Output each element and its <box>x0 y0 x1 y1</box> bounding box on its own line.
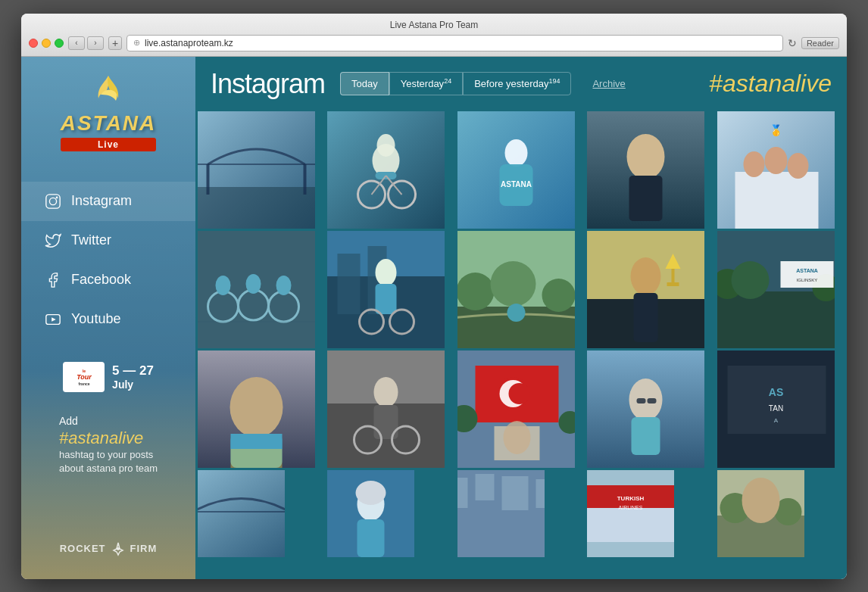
tdf-section: le Tour france 5 — 27 July <box>44 351 173 403</box>
svg-point-55 <box>490 261 535 307</box>
svg-point-34 <box>787 153 808 179</box>
photo-cell[interactable] <box>457 351 575 468</box>
svg-rect-11 <box>198 187 315 229</box>
tdf-dates: 5 — 27 July <box>112 363 154 391</box>
photo-cell[interactable] <box>327 470 414 557</box>
photo-cell[interactable] <box>457 231 575 348</box>
svg-point-95 <box>629 379 663 421</box>
svg-point-60 <box>631 257 661 295</box>
logo-area: ASTANA Live <box>61 72 157 151</box>
svg-point-33 <box>764 147 787 174</box>
maximize-button[interactable] <box>55 39 64 48</box>
tab-group: Today Yesterday24 Before yesterday194 <box>340 72 571 95</box>
url-text: live.astanaproteam.kz <box>145 38 233 48</box>
photo-cell[interactable] <box>457 470 545 557</box>
sidebar-footer: ROCKET FIRM <box>48 530 169 568</box>
photo-cell[interactable] <box>587 111 704 229</box>
svg-point-54 <box>457 273 495 310</box>
svg-marker-4 <box>52 317 56 322</box>
sidebar-item-facebook[interactable]: Facebook <box>21 260 195 300</box>
forward-button[interactable]: › <box>87 36 104 50</box>
close-button[interactable] <box>29 39 38 48</box>
photo-cell[interactable]: 🥇 <box>717 111 835 229</box>
svg-point-48 <box>376 259 397 286</box>
header-hashtag: #astanalive <box>709 70 832 98</box>
svg-text:🥇: 🥇 <box>770 124 783 137</box>
svg-rect-69 <box>780 261 833 288</box>
reader-button[interactable]: Reader <box>801 37 839 49</box>
reload-button[interactable]: ↻ <box>788 37 797 49</box>
youtube-label: Youtube <box>71 311 120 327</box>
svg-point-90 <box>503 421 530 454</box>
svg-text:ASTANA: ASTANA <box>501 180 532 189</box>
instagram-icon <box>44 192 62 210</box>
svg-point-56 <box>542 279 575 312</box>
svg-point-67 <box>731 261 769 299</box>
address-globe-icon: ⊕ <box>133 38 140 48</box>
main-content: Instagram Today Yesterday24 Before yeste… <box>195 57 847 579</box>
tdf-date-range: 5 — 27 <box>112 363 154 379</box>
svg-rect-76 <box>231 449 283 468</box>
photo-cell[interactable]: ASTANA IGLINSKY <box>717 231 835 348</box>
tab-today[interactable]: Today <box>340 72 389 95</box>
address-bar[interactable]: ⊕ live.astanaproteam.kz <box>126 35 783 51</box>
facebook-icon <box>44 271 62 289</box>
photo-cell[interactable]: TURKISH AIRLINES <box>587 470 674 557</box>
photo-cell[interactable] <box>587 231 704 348</box>
svg-text:A: A <box>773 417 778 424</box>
browser-chrome: Live Astana Pro Team ‹ › + ⊕ live.astana… <box>21 14 847 57</box>
tab-archive[interactable]: Archive <box>586 73 631 94</box>
svg-rect-108 <box>358 519 385 557</box>
photo-cell[interactable] <box>198 111 315 229</box>
sidebar-item-youtube[interactable]: Youtube <box>21 300 195 339</box>
photo-cell[interactable] <box>327 231 445 348</box>
svg-point-9 <box>117 547 120 550</box>
instagram-label: Instagram <box>71 193 132 209</box>
photo-cell[interactable] <box>717 470 804 557</box>
svg-text:IGLINSKY: IGLINSKY <box>796 278 817 282</box>
new-tab-button[interactable]: + <box>108 36 122 50</box>
sidebar: ASTANA Live Instagram <box>21 57 195 579</box>
photo-cell[interactable] <box>327 351 445 468</box>
instagram-title: Instagram <box>211 68 325 100</box>
tab-before-yesterday[interactable]: Before yesterday194 <box>463 72 571 95</box>
back-button[interactable]: ‹ <box>68 36 85 50</box>
sidebar-item-twitter[interactable]: Twitter <box>21 221 195 260</box>
svg-point-79 <box>374 377 398 407</box>
facebook-label: Facebook <box>71 272 131 288</box>
svg-point-2 <box>56 196 58 198</box>
nav-items: Instagram Twitter <box>21 174 195 347</box>
svg-text:TURKISH: TURKISH <box>617 495 645 502</box>
browser-window: Live Astana Pro Team ‹ › + ⊕ live.astana… <box>21 14 847 579</box>
sidebar-item-instagram[interactable]: Instagram <box>21 182 195 221</box>
instagram-header: Instagram Today Yesterday24 Before yeste… <box>195 57 847 111</box>
browser-title: Live Astana Pro Team <box>29 20 839 30</box>
svg-rect-111 <box>457 470 545 557</box>
photo-cell[interactable] <box>198 470 285 557</box>
svg-rect-61 <box>634 293 658 342</box>
main-layout: ASTANA Live Instagram <box>21 57 847 579</box>
photo-cell[interactable]: AS TAN A <box>717 351 835 468</box>
hashtag-section: Add #astanalive hashtag to your postsabo… <box>40 403 176 487</box>
tab-yesterday[interactable]: Yesterday24 <box>389 72 463 95</box>
photo-cell[interactable] <box>587 351 704 468</box>
rocket-text: ROCKET <box>60 543 106 554</box>
svg-rect-46 <box>338 254 361 314</box>
svg-point-41 <box>246 274 261 294</box>
svg-rect-65 <box>717 291 835 348</box>
svg-point-1 <box>49 198 56 204</box>
svg-rect-75 <box>231 434 283 449</box>
svg-point-109 <box>356 481 386 505</box>
photo-cell[interactable] <box>198 351 315 468</box>
svg-rect-98 <box>648 398 657 403</box>
svg-rect-31 <box>735 172 818 229</box>
photo-cell[interactable]: ASTANA <box>457 111 575 229</box>
svg-point-40 <box>216 276 231 295</box>
svg-rect-115 <box>535 479 545 508</box>
photo-cell[interactable] <box>327 111 445 229</box>
svg-text:ASTANA: ASTANA <box>796 268 818 273</box>
svg-rect-29 <box>629 176 663 221</box>
minimize-button[interactable] <box>42 39 51 48</box>
svg-rect-0 <box>46 194 60 207</box>
photo-cell[interactable] <box>198 231 315 348</box>
